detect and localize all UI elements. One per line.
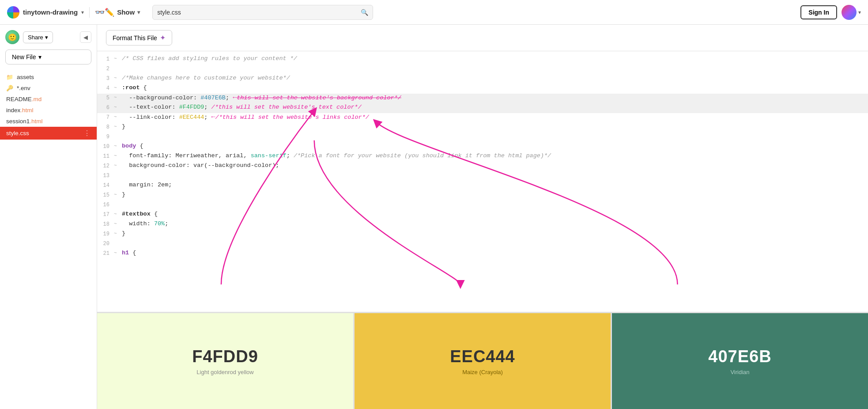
line-arrow: ~ bbox=[114, 162, 122, 168]
code-line-19: 19 ~ } bbox=[97, 230, 868, 239]
line-arrow bbox=[114, 182, 122, 182]
line-number: 7 bbox=[97, 114, 114, 121]
code-line-20: 20 bbox=[97, 239, 868, 249]
topbar-right: Sign In ▾ bbox=[800, 5, 861, 20]
file-name: session1.html bbox=[6, 118, 43, 125]
line-number: 2 bbox=[97, 65, 114, 72]
line-arrow bbox=[114, 133, 122, 134]
file-tree: 📁 assets 🔑 *.env README.md index.html se… bbox=[0, 72, 97, 409]
line-number: 19 bbox=[97, 230, 114, 237]
line-number: 18 bbox=[97, 220, 114, 227]
new-file-button[interactable]: New File ▾ bbox=[5, 49, 91, 64]
code-line-10: 10 ~ body { bbox=[97, 142, 868, 152]
glasses-icon: 👓✏️ bbox=[95, 8, 114, 17]
line-number: 8 bbox=[97, 123, 114, 130]
line-arrow: ~ bbox=[114, 75, 122, 81]
collapse-sidebar-button[interactable]: ◀ bbox=[80, 31, 91, 43]
line-content: /* CSS files add styling rules to your c… bbox=[122, 55, 868, 62]
line-arrow: ~ bbox=[114, 152, 122, 159]
format-button[interactable]: Format This File ✦ bbox=[106, 30, 172, 45]
line-number: 10 bbox=[97, 143, 114, 150]
file-name: index.html bbox=[6, 107, 34, 114]
line-arrow: ~ bbox=[114, 123, 122, 129]
avatar-group: ▾ bbox=[842, 5, 861, 20]
line-number: 20 bbox=[97, 240, 114, 247]
file-name: README.md bbox=[6, 96, 42, 102]
line-number: 3 bbox=[97, 75, 114, 82]
share-button[interactable]: Share ▾ bbox=[23, 31, 53, 43]
user-avatar bbox=[842, 5, 857, 20]
editor-area: Format This File ✦ 1 ~ /* CSS files add … bbox=[97, 25, 868, 409]
file-item-session1[interactable]: session1.html bbox=[0, 116, 97, 127]
search-input[interactable] bbox=[157, 9, 361, 16]
format-label: Format This File bbox=[113, 34, 157, 42]
line-number: 11 bbox=[97, 152, 114, 159]
line-arrow bbox=[114, 172, 122, 173]
code-line-5: 5 ~ --background-color: #407E6B; ←this w… bbox=[97, 94, 868, 103]
code-line-15: 15 ~ } bbox=[97, 191, 868, 201]
file-item-index[interactable]: index.html bbox=[0, 105, 97, 116]
line-number: 4 bbox=[97, 84, 114, 91]
line-arrow bbox=[114, 65, 122, 66]
file-name: style.css bbox=[6, 130, 29, 136]
main-layout: 🙂 Share ▾ ◀ New File ▾ 📁 assets 🔑 *.env bbox=[0, 25, 868, 409]
new-file-label: New File bbox=[12, 53, 36, 61]
show-button[interactable]: 👓✏️ Show ▾ bbox=[95, 8, 140, 17]
code-line-6: 6 ~ --text-color: #F4FDD9; /*this will s… bbox=[97, 103, 868, 113]
line-number: 6 bbox=[97, 104, 114, 111]
file-more-icon[interactable]: ⋮ bbox=[83, 129, 91, 137]
line-number: 5 bbox=[97, 94, 114, 101]
swatch-f4fdd9: F4FDD9 Light goldenrod yellow bbox=[97, 313, 353, 409]
line-content: --link-color: #EEC444; ←/*this will set … bbox=[122, 114, 868, 121]
code-line-13: 13 bbox=[97, 171, 868, 181]
file-name: *.env bbox=[17, 85, 30, 91]
line-content: background-color: var(--background-color… bbox=[122, 162, 868, 169]
user-avatar-sidebar: 🙂 bbox=[5, 30, 19, 44]
swatch-name: Maize (Crayola) bbox=[462, 369, 503, 375]
line-content: } bbox=[122, 123, 868, 130]
avatar-chevron-icon[interactable]: ▾ bbox=[858, 9, 861, 15]
file-item-assets[interactable]: 📁 assets bbox=[0, 72, 97, 83]
line-content: margin: 2em; bbox=[122, 182, 868, 188]
line-number: 15 bbox=[97, 191, 114, 198]
line-number: 17 bbox=[97, 211, 114, 218]
swatch-code: 407E6B bbox=[708, 347, 771, 366]
line-number: 13 bbox=[97, 172, 114, 179]
file-item-style-css[interactable]: style.css ⋮ bbox=[0, 127, 97, 140]
code-line-2: 2 bbox=[97, 64, 868, 74]
file-item-readme[interactable]: README.md bbox=[0, 94, 97, 105]
line-arrow: ~ bbox=[114, 114, 122, 120]
line-content: font-family: Merriweather, arial, sans-s… bbox=[122, 152, 868, 159]
code-editor[interactable]: 1 ~ /* CSS files add styling rules to yo… bbox=[97, 51, 868, 312]
project-chevron-icon[interactable]: ▾ bbox=[81, 9, 84, 15]
line-number: 21 bbox=[97, 250, 114, 257]
swatch-name: Viridian bbox=[730, 369, 749, 375]
line-content: :root { bbox=[122, 84, 868, 91]
show-label: Show bbox=[117, 8, 135, 16]
line-number: 14 bbox=[97, 182, 114, 189]
code-line-11: 11 ~ font-family: Merriweather, arial, s… bbox=[97, 152, 868, 162]
topbar: tinytown-drawing ▾ 👓✏️ Show ▾ 🔍 Sign In … bbox=[0, 0, 868, 25]
swatch-code: F4FDD9 bbox=[192, 347, 258, 366]
file-name: assets bbox=[17, 74, 34, 80]
line-arrow: ~ bbox=[114, 143, 122, 149]
line-content: #textbox { bbox=[122, 211, 868, 217]
search-bar[interactable]: 🔍 bbox=[152, 5, 373, 20]
file-item-env[interactable]: 🔑 *.env bbox=[0, 83, 97, 94]
code-line-4: 4 ~ :root { bbox=[97, 84, 868, 94]
topbar-left: tinytown-drawing ▾ 👓✏️ Show ▾ bbox=[7, 6, 140, 19]
code-line-3: 3 ~ /*Make changes here to customize you… bbox=[97, 74, 868, 84]
code-line-17: 17 ~ #textbox { bbox=[97, 210, 868, 220]
sparkle-icon: ✦ bbox=[160, 34, 166, 42]
swatch-name: Light goldenrod yellow bbox=[196, 369, 253, 375]
line-content: /*Make changes here to customize your we… bbox=[122, 75, 868, 81]
swatch-407e6b: 407E6B Viridian bbox=[612, 313, 868, 409]
line-arrow bbox=[114, 240, 122, 241]
line-arrow: ~ bbox=[114, 220, 122, 227]
line-content: width: 70%; bbox=[122, 220, 868, 227]
sign-in-button[interactable]: Sign In bbox=[800, 5, 837, 19]
line-arrow: ~ bbox=[114, 84, 122, 91]
folder-icon: 📁 bbox=[6, 74, 13, 80]
line-arrow: ~ bbox=[114, 94, 122, 100]
line-number: 1 bbox=[97, 55, 114, 62]
